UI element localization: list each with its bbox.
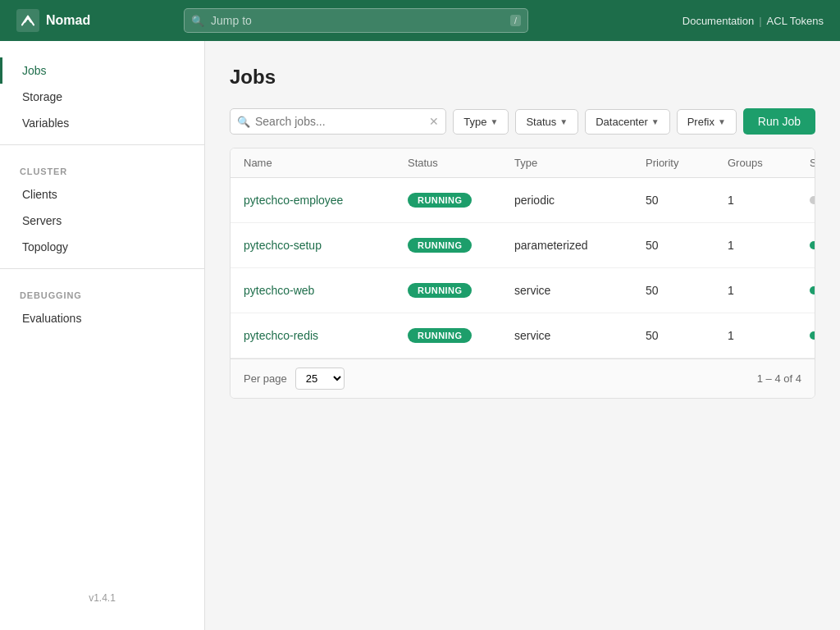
- nomad-logo-icon: [16, 9, 39, 32]
- toolbar: 🔍 ✕ Type ▼ Status ▼ Datacenter ▼ Prefix …: [230, 108, 815, 135]
- table-row: pytechco-employee RUNNING periodic 50 1: [231, 178, 815, 223]
- job-priority-pytechco-redis: 50: [646, 329, 728, 342]
- brand: Nomad: [16, 9, 90, 32]
- brand-name: Nomad: [46, 13, 90, 28]
- job-name-pytechco-employee[interactable]: pytechco-employee: [244, 194, 408, 207]
- type-filter-button[interactable]: Type ▼: [453, 109, 509, 135]
- sidebar-item-jobs[interactable]: Jobs: [0, 57, 204, 84]
- type-filter-chevron-icon: ▼: [491, 117, 499, 126]
- sidebar-item-variables[interactable]: Variables: [0, 110, 204, 136]
- acl-tokens-link[interactable]: ACL Tokens: [767, 15, 824, 27]
- main-content: Jobs 🔍 ✕ Type ▼ Status ▼ Datacenter ▼ Pr…: [205, 41, 840, 630]
- type-filter-label: Type: [463, 116, 486, 128]
- job-type-pytechco-employee: periodic: [514, 194, 646, 207]
- sidebar: Jobs Storage Variables CLUSTER Clients S…: [0, 41, 205, 630]
- col-name: Name: [244, 157, 408, 169]
- job-summary-pytechco-redis: [810, 331, 815, 340]
- jump-to-search: 🔍 /: [184, 8, 528, 33]
- job-status-pytechco-employee: RUNNING: [408, 193, 514, 208]
- jobs-table: Name Status Type Priority Groups Summary…: [230, 148, 815, 399]
- job-priority-pytechco-employee: 50: [646, 194, 728, 207]
- job-summary-pytechco-employee: [810, 196, 815, 204]
- job-summary-pytechco-web: [810, 286, 815, 294]
- datacenter-filter-label: Datacenter: [596, 116, 648, 128]
- table-row: pytechco-setup RUNNING parameterized 50 …: [231, 223, 815, 268]
- sidebar-nav: Jobs Storage Variables CLUSTER Clients S…: [0, 57, 204, 582]
- topnav-divider: |: [759, 15, 761, 27]
- col-summary: Summary: [810, 157, 815, 169]
- prefix-filter-button[interactable]: Prefix ▼: [677, 109, 737, 135]
- run-job-button[interactable]: Run Job: [743, 108, 815, 135]
- job-groups-pytechco-setup: 1: [728, 239, 810, 252]
- datacenter-filter-button[interactable]: Datacenter ▼: [585, 109, 670, 135]
- sidebar-divider-1: [0, 144, 204, 145]
- sidebar-item-topology[interactable]: Topology: [0, 234, 204, 260]
- col-groups: Groups: [728, 157, 810, 169]
- running-badge: RUNNING: [408, 193, 472, 208]
- sidebar-item-storage[interactable]: Storage: [0, 84, 204, 110]
- datacenter-filter-chevron-icon: ▼: [651, 117, 660, 126]
- col-type: Type: [514, 157, 646, 169]
- running-badge: RUNNING: [408, 283, 472, 298]
- job-type-pytechco-web: service: [514, 284, 646, 297]
- col-priority: Priority: [646, 157, 728, 169]
- prefix-filter-label: Prefix: [687, 116, 714, 128]
- layout: Jobs Storage Variables CLUSTER Clients S…: [0, 41, 840, 630]
- topnav: Nomad 🔍 / Documentation | ACL Tokens: [0, 0, 840, 41]
- search-jobs-input[interactable]: [230, 108, 446, 135]
- documentation-link[interactable]: Documentation: [682, 15, 754, 27]
- running-badge: RUNNING: [408, 328, 472, 343]
- search-icon: 🔍: [237, 116, 250, 128]
- debugging-section-label: DEBUGGING: [0, 277, 204, 305]
- sidebar-item-servers[interactable]: Servers: [0, 208, 204, 234]
- search-icon-nav: 🔍: [191, 15, 204, 27]
- sidebar-item-clients[interactable]: Clients: [0, 181, 204, 208]
- status-filter-chevron-icon: ▼: [559, 117, 568, 126]
- svg-rect-0: [16, 9, 39, 32]
- per-page-select[interactable]: 25 10 50 100: [295, 368, 345, 390]
- job-name-pytechco-setup[interactable]: pytechco-setup: [244, 239, 408, 252]
- topnav-links: Documentation | ACL Tokens: [682, 15, 824, 27]
- status-filter-label: Status: [526, 116, 556, 128]
- job-groups-pytechco-employee: 1: [728, 194, 810, 207]
- job-name-pytechco-redis[interactable]: pytechco-redis: [244, 329, 408, 342]
- pagination-info: 1 – 4 of 4: [757, 372, 801, 385]
- job-status-pytechco-setup: RUNNING: [408, 238, 514, 253]
- page-title: Jobs: [230, 66, 815, 89]
- sidebar-divider-2: [0, 268, 204, 269]
- status-filter-button[interactable]: Status ▼: [515, 109, 578, 135]
- cluster-section-label: CLUSTER: [0, 153, 204, 181]
- job-priority-pytechco-setup: 50: [646, 239, 728, 252]
- prefix-filter-chevron-icon: ▼: [718, 117, 726, 126]
- search-jobs-box: 🔍 ✕: [230, 108, 446, 135]
- job-type-pytechco-redis: service: [514, 329, 646, 342]
- table-row: pytechco-redis RUNNING service 50 1: [231, 313, 815, 358]
- job-name-pytechco-web[interactable]: pytechco-web: [244, 284, 408, 297]
- sidebar-version: v1.4.1: [0, 582, 204, 614]
- running-badge: RUNNING: [408, 238, 472, 253]
- job-status-pytechco-redis: RUNNING: [408, 328, 514, 343]
- job-summary-pytechco-setup: [810, 241, 815, 249]
- search-shortcut: /: [510, 15, 521, 26]
- per-page-label: Per page: [244, 372, 287, 385]
- table-footer: Per page 25 10 50 100 1 – 4 of 4: [231, 358, 815, 398]
- table-row: pytechco-web RUNNING service 50 1: [231, 268, 815, 313]
- clear-search-icon[interactable]: ✕: [429, 115, 439, 128]
- job-groups-pytechco-redis: 1: [728, 329, 810, 342]
- jump-to-input[interactable]: [184, 8, 528, 33]
- table-header: Name Status Type Priority Groups Summary: [231, 148, 815, 178]
- job-type-pytechco-setup: parameterized: [514, 239, 646, 252]
- job-priority-pytechco-web: 50: [646, 284, 728, 297]
- col-status: Status: [408, 157, 514, 169]
- job-status-pytechco-web: RUNNING: [408, 283, 514, 298]
- sidebar-item-evaluations[interactable]: Evaluations: [0, 305, 204, 331]
- job-groups-pytechco-web: 1: [728, 284, 810, 297]
